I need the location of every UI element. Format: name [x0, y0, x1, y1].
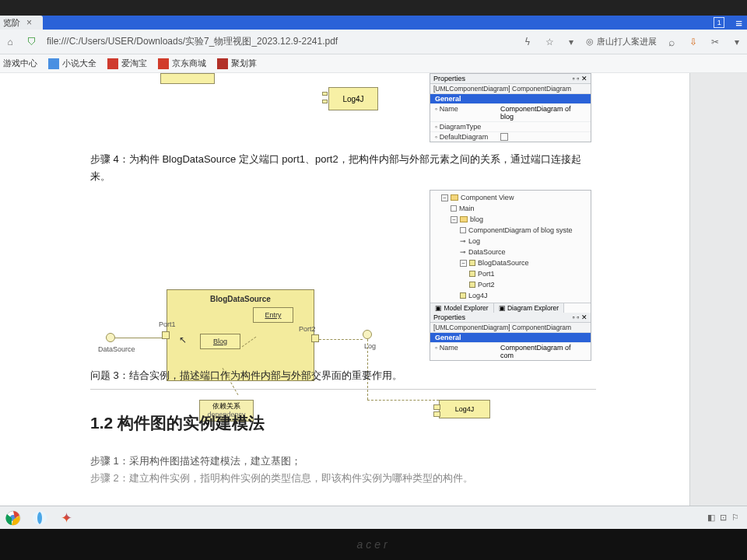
panel-controls[interactable]: ▫ ▫ ✕ [573, 313, 587, 321]
interface-circle-icon [363, 330, 372, 339]
tree-node-componentview[interactable]: −Component View [433, 192, 587, 203]
model-tree[interactable]: −Component View Main −blog ComponentDiag… [430, 191, 591, 303]
system-tray[interactable]: ◧ ⊡ ⚐ [707, 513, 744, 523]
search-icon[interactable]: ⌕ [665, 35, 679, 49]
panel-title: Properties▫ ▫ ✕ [430, 313, 591, 323]
address-bar: ⌂ ⛉ file:///C:/Users/USER/Downloads/实验7_… [0, 30, 747, 54]
tree-node-port2[interactable]: Port2 [433, 279, 587, 290]
checkbox-icon[interactable] [500, 133, 508, 141]
question3-text: 问题 3：结合实例，描述端口作为构件内部与外部交界面的重要作用。 [90, 367, 596, 384]
tree-node-datasource[interactable]: ⊸DataSource [433, 247, 587, 257]
component-icon [469, 260, 475, 266]
menu-icon[interactable]: ≡ [735, 16, 742, 30]
tab-diagram-explorer[interactable]: ▣ Diagram Explorer [494, 303, 565, 313]
property-group-general[interactable]: General [430, 94, 591, 103]
connector-line [242, 337, 257, 347]
log-label: Log [364, 342, 376, 350]
laptop-bezel: acer [0, 529, 747, 560]
home-icon[interactable]: ⌂ [3, 35, 17, 49]
entry-box: Entry [253, 307, 293, 323]
cursor-icon: ↖ [179, 334, 187, 345]
tree-node-blog[interactable]: −blog [433, 214, 587, 225]
scissors-icon[interactable]: ✂ [708, 35, 722, 49]
uml-box-fragment [160, 73, 215, 84]
shield-icon[interactable]: ⛉ [25, 35, 39, 49]
close-icon[interactable]: × [26, 17, 32, 28]
datasource-label: DataSource [98, 345, 135, 353]
tray-icon[interactable]: ⊡ [720, 513, 727, 523]
interface-circle-icon [106, 333, 115, 342]
tab-title: 览阶 [3, 17, 20, 29]
tray-icon[interactable]: ◧ [707, 513, 715, 523]
tree-node-log4j[interactable]: Log4J [433, 290, 587, 301]
panel-subtitle: [UMLComponentDiagram] ComponentDiagram [430, 323, 591, 333]
dropdown-icon[interactable]: ▾ [564, 35, 578, 49]
star-icon[interactable]: ☆ [542, 35, 556, 49]
property-row-name[interactable]: ◦ NameComponentDiagram of blog [430, 103, 591, 121]
tree-node-log[interactable]: ⊸Log [433, 236, 587, 247]
tray-icon[interactable]: ⚐ [731, 513, 739, 523]
step1-text: 步骤 1：采用构件图描述符建模法，建立基图； [90, 453, 596, 470]
download-icon[interactable]: ⇩ [686, 35, 700, 49]
port2-label: Port2 [299, 325, 316, 333]
tree-node-componentdiagram[interactable]: ComponentDiagram of blog syste [433, 225, 587, 236]
property-row-name[interactable]: ◦ NameComponentDiagram of com [430, 342, 591, 360]
divider [90, 389, 596, 390]
flash-icon[interactable]: ϟ [521, 35, 535, 49]
diagram-icon [451, 205, 457, 212]
port-icon [469, 271, 475, 277]
bookmark-jd[interactable]: 京东商城 [158, 58, 206, 69]
pdf-viewport[interactable]: Log4J Properties▫ ▫ ✕ [UMLComponentDiagr… [0, 73, 747, 506]
tab-model-explorer[interactable]: ▣ Model Explorer [430, 303, 494, 313]
port1-label: Port1 [159, 320, 176, 328]
extension-pill[interactable]: ◎ 唐山打人案进展 [586, 36, 657, 47]
url-field[interactable]: file:///C:/Users/USER/Downloads/实验7_物理视图… [47, 35, 338, 48]
bookmark-ju[interactable]: 聚划算 [217, 58, 257, 69]
panel-controls[interactable]: ▫ ▫ ✕ [573, 75, 587, 82]
tree-node-blogdatasource[interactable]: −BlogDataSource [433, 257, 587, 268]
tab-count-icon[interactable]: 1 [714, 17, 724, 28]
folder-icon [460, 216, 468, 222]
port2-icon [311, 334, 319, 342]
panel-title: Properties▫ ▫ ✕ [430, 74, 591, 84]
bookmark-games[interactable]: 游戏中心 [3, 58, 37, 69]
pdf-page: Log4J Properties▫ ▫ ✕ [UMLComponentDiagr… [0, 73, 689, 506]
diagram-icon [460, 227, 466, 233]
tree-node-main[interactable]: Main [433, 203, 587, 214]
bookmark-novels[interactable]: 小说大全 [48, 58, 96, 69]
properties-panel-top: Properties▫ ▫ ✕ [UMLComponentDiagram] Co… [430, 73, 591, 142]
panel-subtitle: [UMLComponentDiagram] ComponentDiagram [430, 84, 591, 94]
step2-text: 步骤 2：建立构件实例，指明构件实例的类型信息，即该构件实例为哪种类型的构件。 [90, 470, 596, 487]
chrome-icon[interactable] [3, 509, 23, 527]
folder-icon [451, 194, 458, 201]
port-icon [469, 282, 475, 288]
star-app-icon[interactable]: ✦ [56, 509, 76, 527]
port1-icon [162, 331, 170, 339]
taobao-icon [107, 58, 118, 69]
component-lug-icon [322, 92, 328, 96]
brand-label: acer [356, 538, 390, 551]
uml-log4j-box: Log4J [328, 87, 378, 110]
connector-line [319, 339, 363, 340]
blog-box: Blog [200, 334, 240, 349]
component-title: BlogDataSource [167, 295, 314, 303]
more-icon[interactable]: ▾ [730, 35, 744, 49]
step4-text: 步骤 4：为构件 BlogDataSource 定义端口 port1、port2… [90, 151, 596, 185]
property-row-diagramtype[interactable]: ◦ DiagramType [430, 121, 591, 131]
section-heading-1-2: 1.2 构件图的实例建模法 [90, 412, 596, 434]
os-taskbar: ✦ ◧ ⊡ ⚐ [0, 506, 747, 529]
jd-icon [158, 58, 169, 69]
connector-line [115, 338, 167, 338]
tree-node-port1[interactable]: Port1 [433, 268, 587, 279]
bookmark-taobao[interactable]: 爱淘宝 [107, 58, 147, 69]
globe-icon: ◎ [586, 37, 594, 47]
bookmarks-bar: 游戏中心 小说大全 爱淘宝 京东商城 聚划算 [0, 54, 747, 73]
active-tab[interactable]: 览阶 × [0, 16, 43, 30]
scroll-gutter[interactable] [689, 73, 747, 506]
property-group-general[interactable]: General [430, 333, 591, 342]
component-lug-icon [322, 100, 328, 103]
property-row-defaultdiagram[interactable]: ◦ DefaultDiagram [430, 131, 591, 142]
explorer-tabs: ▣ Model Explorer ▣ Diagram Explorer [430, 303, 591, 313]
connector-line [367, 400, 439, 401]
browser360-icon[interactable] [30, 509, 50, 527]
